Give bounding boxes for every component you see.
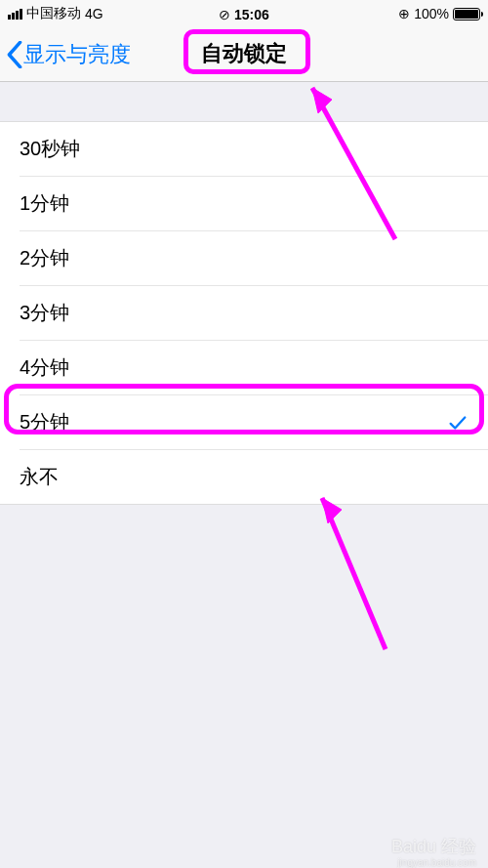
clock: 15:06 [234, 7, 269, 22]
option-3min[interactable]: 3分钟 [0, 286, 488, 340]
status-bar: 中国移动 4G ⊘ 15:06 ⊕ 100% [0, 0, 488, 27]
page-title: 自动锁定 [0, 37, 488, 72]
option-label: 5分钟 [20, 409, 69, 435]
option-label: 2分钟 [20, 245, 69, 271]
checkmark-icon [447, 412, 468, 434]
option-label: 4分钟 [20, 354, 69, 381]
hotspot-icon: ⊘ [219, 7, 230, 22]
network-label: 4G [85, 6, 103, 21]
option-4min[interactable]: 4分钟 [0, 341, 488, 394]
watermark-text: Baidu 经验 [391, 835, 476, 858]
option-label: 1分钟 [20, 190, 69, 217]
signal-bars-icon [8, 9, 22, 20]
rotation-lock-icon: ⊕ [398, 6, 410, 21]
navigation-bar: 显示与亮度 自动锁定 [0, 27, 488, 82]
option-label: 永不 [20, 464, 59, 490]
option-5min[interactable]: 5分钟 [0, 395, 488, 449]
battery-percent: 100% [414, 6, 449, 21]
auto-lock-options: 30秒钟 1分钟 2分钟 3分钟 4分钟 5分钟 永不 [0, 121, 488, 505]
carrier-label: 中国移动 [26, 5, 81, 22]
option-label: 3分钟 [20, 300, 69, 326]
svg-line-2 [322, 498, 386, 649]
battery-icon [453, 8, 480, 21]
option-2min[interactable]: 2分钟 [0, 231, 488, 285]
option-never[interactable]: 永不 [0, 450, 488, 504]
watermark: Baidu 经验 jingyan.baidu.com [391, 835, 476, 858]
watermark-sub: jingyan.baidu.com [397, 857, 476, 868]
annotation-arrow-bottom [293, 488, 410, 664]
option-label: 30秒钟 [20, 136, 80, 162]
option-1min[interactable]: 1分钟 [0, 177, 488, 230]
option-30s[interactable]: 30秒钟 [0, 122, 488, 176]
